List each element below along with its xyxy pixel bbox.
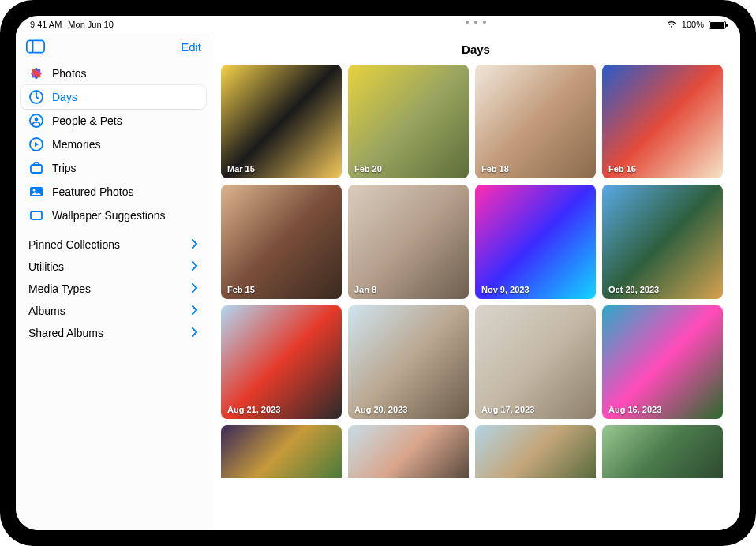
day-tile[interactable]: Jan 8 [348, 185, 469, 298]
sidebar-section-list: Pinned CollectionsUtilitiesMedia TypesAl… [21, 234, 206, 344]
photo-thumbnail [348, 305, 469, 419]
svg-rect-18 [31, 211, 42, 219]
sidebar-toggle-button[interactable] [25, 38, 46, 55]
day-tile[interactable]: Aug 17, 2023 [475, 305, 596, 419]
photo-thumbnail [475, 305, 596, 419]
day-tile[interactable] [475, 425, 596, 478]
day-tile[interactable] [602, 425, 723, 478]
battery-percent: 100% [682, 20, 704, 29]
photo-thumbnail [475, 65, 596, 178]
sidebar-item-label: People & Pets [52, 114, 198, 127]
tile-date-label: Aug 21, 2023 [227, 405, 280, 414]
day-tile[interactable] [348, 425, 469, 478]
photo-thumbnail [348, 65, 469, 178]
svg-marker-14 [35, 142, 39, 147]
sidebar-item-label: Wallpaper Suggestions [52, 209, 198, 222]
sidebar-item-label: Memories [52, 138, 198, 151]
svg-rect-16 [30, 187, 43, 196]
sidebar-item-wallpaper-suggestions[interactable]: Wallpaper Suggestions [21, 204, 206, 227]
tile-date-label: Nov 9, 2023 [481, 285, 530, 294]
suitcase-icon [28, 160, 44, 176]
battery-icon [709, 21, 726, 29]
day-tile[interactable]: Feb 15 [221, 185, 342, 298]
sidebar-section-pinned-collections[interactable]: Pinned Collections [21, 234, 206, 256]
sidebar-item-trips[interactable]: Trips [21, 156, 206, 180]
photo-thumbnail [602, 305, 723, 419]
person-circle-icon [28, 113, 44, 129]
content-split: Edit PhotosDaysPeople & PetsMemoriesTrip… [16, 33, 740, 530]
tile-date-label: Aug 20, 2023 [354, 405, 407, 414]
photo-thumbnail [348, 185, 469, 298]
photo-thumbnail [348, 425, 469, 478]
svg-point-12 [35, 118, 39, 122]
main-area: Days Mar 15Feb 20Feb 18Feb 16Feb 15Jan 8… [211, 33, 740, 530]
sidebar-section-label: Shared Albums [28, 327, 103, 339]
sidebar-item-people-pets[interactable]: People & Pets [21, 109, 206, 133]
day-tile[interactable]: Feb 18 [475, 65, 596, 178]
tile-date-label: Jan 8 [354, 285, 376, 294]
sidebar-header: Edit [21, 36, 206, 60]
tile-date-label: Mar 15 [227, 164, 255, 174]
sidebar-item-label: Trips [52, 162, 198, 174]
svg-point-17 [33, 189, 36, 192]
screen: 9:41 AM Mon Jun 10 100% [16, 16, 740, 530]
chevron-right-icon [192, 238, 198, 251]
status-time: 9:41 AM [30, 20, 62, 29]
day-tile[interactable] [221, 425, 342, 478]
day-tile[interactable]: Feb 16 [602, 65, 723, 178]
wifi-icon [666, 20, 677, 29]
sidebar-item-photos[interactable]: Photos [21, 62, 206, 85]
page-title: Days [462, 43, 490, 56]
sidebar-item-memories[interactable]: Memories [21, 133, 206, 156]
photos-multicolor-icon [28, 65, 44, 81]
status-right: 100% [666, 20, 726, 29]
sidebar-nav-list: PhotosDaysPeople & PetsMemoriesTripsFeat… [21, 60, 206, 229]
sidebar-section-label: Media Types [28, 282, 91, 295]
sidebar-section-utilities[interactable]: Utilities [21, 256, 206, 278]
tile-date-label: Feb 20 [354, 164, 382, 174]
day-tile[interactable]: Nov 9, 2023 [475, 185, 596, 298]
tile-date-label: Feb 16 [608, 164, 636, 174]
sidebar-section-albums[interactable]: Albums [21, 300, 206, 322]
chevron-right-icon [192, 282, 198, 295]
day-tile[interactable]: Aug 16, 2023 [602, 305, 723, 419]
days-grid-scroll[interactable]: Mar 15Feb 20Feb 18Feb 16Feb 15Jan 8Nov 9… [211, 65, 740, 530]
day-tile[interactable]: Feb 20 [348, 65, 469, 178]
tile-date-label: Feb 18 [481, 164, 509, 174]
day-tile[interactable]: Oct 29, 2023 [602, 185, 723, 298]
days-grid: Mar 15Feb 20Feb 18Feb 16Feb 15Jan 8Nov 9… [221, 65, 723, 478]
sidebar-section-label: Pinned Collections [28, 238, 120, 251]
status-bar: 9:41 AM Mon Jun 10 100% [16, 16, 740, 33]
sidebar-section-label: Albums [28, 305, 65, 317]
status-date: Mon Jun 10 [68, 20, 113, 29]
sidebar-item-featured-photos[interactable]: Featured Photos [21, 180, 206, 204]
tile-date-label: Aug 16, 2023 [608, 405, 661, 414]
sidebar-item-days[interactable]: Days [21, 85, 206, 109]
sidebar-item-label: Featured Photos [52, 185, 198, 198]
photo-thumbnail [221, 65, 342, 178]
sidebar-section-shared-albums[interactable]: Shared Albums [21, 322, 206, 344]
edit-button[interactable]: Edit [181, 40, 201, 54]
day-tile[interactable]: Aug 20, 2023 [348, 305, 469, 419]
sidebar-item-label: Photos [52, 67, 198, 80]
sidebar-item-label: Days [52, 91, 198, 103]
chevron-right-icon [192, 327, 198, 339]
photo-thumbnail [221, 185, 342, 298]
photo-thumbnail [221, 305, 342, 419]
tile-date-label: Feb 15 [227, 285, 255, 294]
multitask-handle-icon[interactable] [466, 21, 486, 24]
svg-rect-15 [31, 165, 42, 173]
main-header: Days [211, 33, 740, 65]
device-frame: 9:41 AM Mon Jun 10 100% [0, 0, 756, 546]
photo-thumbnail [475, 425, 596, 478]
sidebar-section-label: Utilities [28, 260, 64, 273]
rectangle-icon [28, 208, 44, 223]
sidebar-section-media-types[interactable]: Media Types [21, 278, 206, 300]
day-tile[interactable]: Aug 21, 2023 [221, 305, 342, 419]
svg-rect-0 [27, 40, 44, 52]
photo-thumbnail [602, 65, 723, 178]
tile-date-label: Aug 17, 2023 [481, 405, 534, 414]
day-tile[interactable]: Mar 15 [221, 65, 342, 178]
photo-thumbnail [475, 185, 596, 298]
photo-thumbnail [221, 425, 342, 478]
